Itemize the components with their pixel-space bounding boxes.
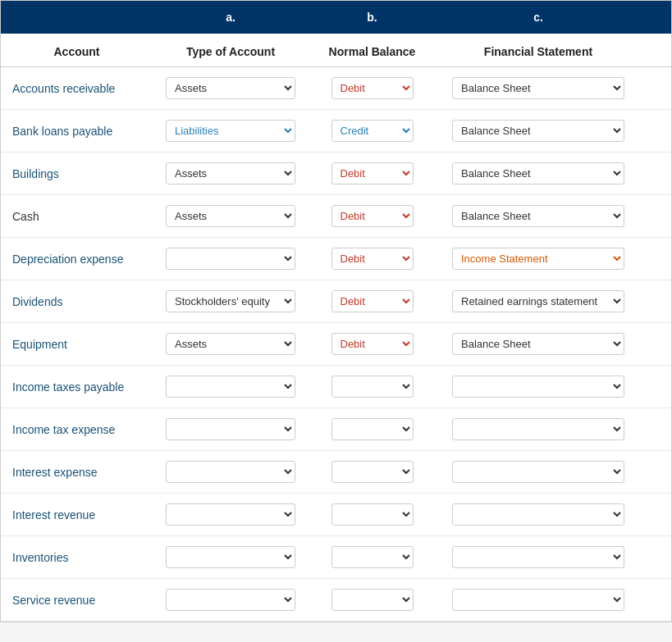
balance-cell: DebitCredit (309, 75, 436, 101)
account-name: Depreciation expense (1, 253, 153, 266)
type-select[interactable]: AssetsLiabilitiesStockholders' equity (166, 248, 295, 270)
subheader-scroll (641, 42, 672, 61)
statement-select[interactable]: Balance SheetIncome StatementRetained ea… (452, 248, 624, 270)
type-select[interactable]: AssetsLiabilitiesStockholders' equity (166, 333, 295, 355)
statement-select[interactable]: Balance SheetIncome StatementRetained ea… (452, 290, 624, 312)
statement-select[interactable]: Balance SheetIncome StatementRetained ea… (452, 376, 624, 398)
statement-select[interactable]: Balance SheetIncome StatementRetained ea… (452, 333, 624, 355)
statement-cell: Balance SheetIncome StatementRetained ea… (436, 75, 641, 101)
table-row: Income tax expenseAssetsLiabilitiesStock… (1, 408, 671, 451)
statement-cell: Balance SheetIncome StatementRetained ea… (436, 203, 641, 229)
subheader-statement: Financial Statement (436, 42, 641, 61)
table-row: Income taxes payableAssetsLiabilitiesSto… (1, 366, 671, 408)
statement-select[interactable]: Balance SheetIncome StatementRetained ea… (452, 205, 624, 227)
type-cell: AssetsLiabilitiesStockholders' equity (153, 118, 309, 143)
statement-cell: Balance SheetIncome StatementRetained ea… (436, 544, 641, 570)
col-scroll-header (641, 7, 672, 27)
account-name: Inventories (1, 551, 153, 564)
type-select[interactable]: AssetsLiabilitiesStockholders' equity (166, 120, 295, 142)
table-row: Service revenueAssetsLiabilitiesStockhol… (1, 579, 671, 622)
type-select[interactable]: AssetsLiabilitiesStockholders' equity (166, 503, 295, 526)
statement-select[interactable]: Balance SheetIncome StatementRetained ea… (452, 418, 624, 440)
balance-select[interactable]: DebitCredit (331, 205, 414, 227)
balance-select[interactable]: DebitCredit (331, 418, 414, 440)
balance-cell: DebitCredit (309, 118, 436, 143)
table-row: CashAssetsLiabilitiesStockholders' equit… (1, 195, 671, 238)
col-account-header-label (1, 7, 153, 27)
statement-select[interactable]: Balance SheetIncome StatementRetained ea… (452, 162, 624, 184)
account-name: Interest revenue (1, 508, 153, 521)
balance-cell: DebitCredit (309, 459, 436, 485)
type-select[interactable]: AssetsLiabilitiesStockholders' equity (166, 461, 295, 483)
balance-cell: DebitCredit (309, 289, 436, 314)
account-name: Income tax expense (1, 423, 153, 436)
type-cell: AssetsLiabilitiesStockholders' equity (153, 289, 309, 314)
type-cell: AssetsLiabilitiesStockholders' equity (153, 502, 309, 527)
type-cell: AssetsLiabilitiesStockholders' equity (153, 544, 309, 570)
col-b-header: b. (309, 7, 436, 27)
type-select[interactable]: AssetsLiabilitiesStockholders' equity (166, 376, 295, 398)
type-select[interactable]: AssetsLiabilitiesStockholders' equity (166, 290, 295, 312)
statement-select[interactable]: Balance SheetIncome StatementRetained ea… (452, 461, 624, 483)
type-select[interactable]: AssetsLiabilitiesStockholders' equity (166, 205, 295, 227)
table-row: DividendsAssetsLiabilitiesStockholders' … (1, 280, 671, 323)
type-cell: AssetsLiabilitiesStockholders' equity (153, 331, 309, 357)
table-row: InventoriesAssetsLiabilitiesStockholders… (1, 536, 671, 579)
table-row: BuildingsAssetsLiabilitiesStockholders' … (1, 153, 671, 195)
table-row: EquipmentAssetsLiabilitiesStockholders' … (1, 323, 671, 366)
balance-cell: DebitCredit (309, 203, 436, 229)
statement-select[interactable]: Balance SheetIncome StatementRetained ea… (452, 120, 624, 142)
type-select[interactable]: AssetsLiabilitiesStockholders' equity (166, 589, 295, 611)
account-name: Dividends (1, 295, 153, 308)
account-name: Bank loans payable (1, 125, 153, 138)
table-row: Interest revenueAssetsLiabilitiesStockho… (1, 494, 671, 536)
account-name: Accounts receivable (1, 82, 153, 95)
account-name: Cash (1, 210, 153, 223)
type-cell: AssetsLiabilitiesStockholders' equity (153, 161, 309, 186)
type-cell: AssetsLiabilitiesStockholders' equity (153, 459, 309, 485)
type-select[interactable]: AssetsLiabilitiesStockholders' equity (166, 162, 295, 184)
statement-cell: Balance SheetIncome StatementRetained ea… (436, 587, 641, 612)
balance-cell: DebitCredit (309, 544, 436, 570)
col-a-header: a. (153, 7, 309, 27)
statement-select[interactable]: Balance SheetIncome StatementRetained ea… (452, 546, 624, 568)
balance-cell: DebitCredit (309, 331, 436, 357)
subheader-row: Account Type of Account Normal Balance F… (1, 34, 671, 67)
balance-cell: DebitCredit (309, 587, 436, 612)
type-select[interactable]: AssetsLiabilitiesStockholders' equity (166, 546, 295, 568)
statement-cell: Balance SheetIncome StatementRetained ea… (436, 374, 641, 399)
balance-select[interactable]: DebitCredit (331, 461, 414, 483)
statement-cell: Balance SheetIncome StatementRetained ea… (436, 502, 641, 527)
balance-cell: DebitCredit (309, 246, 436, 271)
type-select[interactable]: AssetsLiabilitiesStockholders' equity (166, 418, 295, 440)
statement-cell: Balance SheetIncome StatementRetained ea… (436, 118, 641, 143)
balance-cell: DebitCredit (309, 374, 436, 399)
balance-select[interactable]: DebitCredit (331, 290, 414, 312)
balance-select[interactable]: DebitCredit (331, 376, 414, 398)
balance-select[interactable]: DebitCredit (331, 120, 414, 142)
balance-cell: DebitCredit (309, 417, 436, 442)
rows-container: Accounts receivableAssetsLiabilitiesStoc… (1, 67, 671, 622)
account-name: Income taxes payable (1, 380, 153, 394)
balance-select[interactable]: DebitCredit (331, 248, 414, 270)
balance-cell: DebitCredit (309, 502, 436, 527)
statement-cell: Balance SheetIncome StatementRetained ea… (436, 459, 641, 485)
balance-select[interactable]: DebitCredit (331, 546, 414, 568)
balance-select[interactable]: DebitCredit (331, 77, 414, 99)
table-row: Bank loans payableAssetsLiabilitiesStock… (1, 110, 671, 153)
balance-select[interactable]: DebitCredit (331, 589, 414, 611)
type-cell: AssetsLiabilitiesStockholders' equity (153, 587, 309, 612)
statement-cell: Balance SheetIncome StatementRetained ea… (436, 417, 641, 442)
type-select[interactable]: AssetsLiabilitiesStockholders' equity (166, 77, 295, 99)
balance-select[interactable]: DebitCredit (331, 333, 414, 355)
balance-select[interactable]: DebitCredit (331, 162, 414, 184)
table-row: Interest expenseAssetsLiabilitiesStockho… (1, 451, 671, 494)
table-row: Accounts receivableAssetsLiabilitiesStoc… (1, 67, 671, 110)
statement-select[interactable]: Balance SheetIncome StatementRetained ea… (452, 77, 624, 99)
statement-cell: Balance SheetIncome StatementRetained ea… (436, 246, 641, 271)
type-cell: AssetsLiabilitiesStockholders' equity (153, 203, 309, 229)
balance-select[interactable]: DebitCredit (331, 503, 414, 526)
statement-cell: Balance SheetIncome StatementRetained ea… (436, 331, 641, 357)
statement-select[interactable]: Balance SheetIncome StatementRetained ea… (452, 503, 624, 526)
statement-select[interactable]: Balance SheetIncome StatementRetained ea… (452, 589, 624, 611)
